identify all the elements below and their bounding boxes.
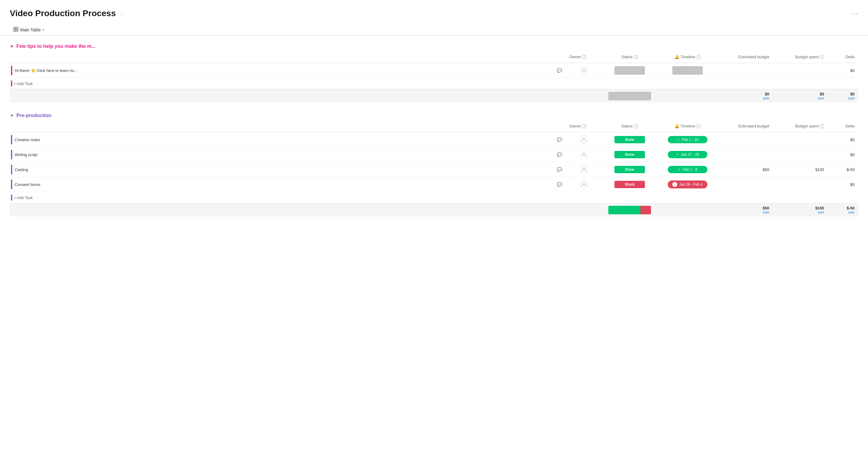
sum-value: $100 bbox=[777, 206, 824, 210]
add-task-button-preproduction[interactable]: + Add Task bbox=[10, 192, 858, 203]
star-icon[interactable]: ☆ bbox=[120, 10, 125, 17]
check-icon: ✓ bbox=[678, 167, 681, 172]
timeline-cell-pre-2[interactable]: ✓Feb 1 - 9 bbox=[657, 164, 718, 175]
task-name-tips-0: Hi there! 👋 Click here to learn ho... bbox=[14, 68, 554, 73]
col-owner-tips: Owner i bbox=[566, 53, 602, 61]
status-cell-tips-0[interactable] bbox=[602, 64, 657, 77]
status-cell-pre-2[interactable]: Done bbox=[602, 164, 657, 175]
timeline-cell-tips-0[interactable]: - bbox=[657, 64, 718, 77]
sum-row-preproduction: $50 sum $100 sum $-50 sum bbox=[10, 203, 858, 216]
status-cell-pre-1[interactable]: Done bbox=[602, 149, 657, 160]
est-budget-cell-pre-1 bbox=[718, 153, 773, 156]
task-cell-pre-3[interactable]: Consent forms 💬 bbox=[10, 177, 566, 192]
timeline-cell-pre-0[interactable]: ✓Feb 1 - 16 bbox=[657, 134, 718, 145]
owner-cell-pre-3[interactable] bbox=[566, 178, 602, 190]
timeline-cell-pre-1[interactable]: ✓Jan 17 - 25 bbox=[657, 149, 718, 160]
sum-budget-spent-pre: $100 sum bbox=[773, 204, 828, 216]
timeline-info-icon-pre[interactable]: i bbox=[696, 124, 701, 128]
timeline-dash: - bbox=[687, 68, 688, 73]
sum-label: sum bbox=[722, 96, 769, 100]
group-bar bbox=[11, 150, 12, 159]
status-bar bbox=[608, 92, 651, 100]
status-cell-pre-3[interactable]: Stuck bbox=[602, 179, 657, 190]
col-delta-tips: Delta bbox=[828, 53, 858, 61]
check-icon: ✓ bbox=[676, 152, 679, 157]
timeline-cell-pre-3[interactable]: !Jan 28 - Feb 4 bbox=[657, 179, 718, 190]
timeline-badge-green[interactable]: ✓Feb 1 - 16 bbox=[668, 136, 707, 143]
table-row: Writing script 💬 Done ✓Jan 17 - 25 $0 bbox=[10, 147, 858, 162]
avatar bbox=[580, 136, 588, 144]
sum-value: $0 bbox=[722, 92, 769, 96]
task-cell-pre-2[interactable]: Casting 💬 bbox=[10, 162, 566, 177]
task-cell-tips-0[interactable]: Hi there! 👋 Click here to learn ho... 💬 bbox=[10, 63, 566, 78]
budget-spent-cell-tips-0 bbox=[773, 68, 828, 72]
group-name-preproduction: Pre-production bbox=[17, 113, 52, 118]
group-bar-add bbox=[11, 81, 12, 87]
task-cell-pre-0[interactable]: Creative notes 💬 bbox=[10, 132, 566, 147]
task-cell-pre-1[interactable]: Writing script 💬 bbox=[10, 147, 566, 162]
avatar bbox=[580, 165, 588, 174]
comment-icon[interactable]: 💬 bbox=[557, 137, 562, 142]
sum-row-tips: $0 sum $0 sum $0 sum bbox=[10, 89, 858, 102]
status-info-icon-pre[interactable]: i bbox=[633, 124, 638, 128]
group-chevron-tips[interactable]: ▼ bbox=[10, 44, 14, 49]
budget-spent-info-icon-pre[interactable]: i bbox=[820, 124, 824, 128]
delta-cell-pre-2: $-50 bbox=[828, 166, 858, 174]
status-badge-done[interactable]: Done bbox=[614, 166, 645, 173]
owner-cell-tips-0[interactable] bbox=[566, 64, 602, 77]
status-info-icon-tips[interactable]: i bbox=[633, 55, 638, 59]
status-badge-done[interactable]: Done bbox=[614, 136, 645, 143]
sum-label: sum bbox=[777, 96, 824, 100]
svg-rect-3 bbox=[16, 30, 18, 31]
chevron-down-icon[interactable]: ▾ bbox=[42, 28, 44, 32]
task-name-pre-0: Creative notes bbox=[14, 138, 554, 142]
sum-est-budget-tips: $0 sum bbox=[718, 90, 773, 102]
budget-spent-info-icon-tips[interactable]: i bbox=[820, 55, 824, 59]
sum-status-pre bbox=[602, 204, 657, 216]
group-header-tips: ▼ Few tips to help you make the m... bbox=[10, 40, 858, 51]
status-badge-stuck[interactable]: Stuck bbox=[614, 181, 645, 188]
timeline-badge-green[interactable]: ✓Jan 17 - 25 bbox=[668, 151, 707, 158]
owner-info-icon-tips[interactable]: i bbox=[582, 55, 586, 59]
group-bar bbox=[11, 135, 12, 145]
status-badge-done[interactable]: Done bbox=[614, 151, 645, 158]
main-table-tab[interactable]: Main Table ▾ bbox=[10, 24, 48, 35]
table-row: Consent forms 💬 Stuck !Jan 28 - Feb 4 $0 bbox=[10, 177, 858, 192]
est-budget-cell-pre-2: $50 bbox=[718, 166, 773, 174]
sum-label: sum bbox=[831, 210, 855, 214]
sum-value: $50 bbox=[722, 206, 769, 210]
sum-status-tips bbox=[602, 90, 657, 102]
comment-icon[interactable]: 💬 bbox=[557, 68, 562, 73]
owner-cell-pre-0[interactable] bbox=[566, 133, 602, 146]
owner-cell-pre-1[interactable] bbox=[566, 148, 602, 161]
status-bar-green bbox=[608, 206, 640, 214]
add-task-button-tips[interactable]: + Add Task bbox=[10, 78, 858, 89]
avatar bbox=[580, 66, 588, 75]
col-status-pre: Status i bbox=[602, 122, 657, 130]
sum-est-budget-pre: $50 sum bbox=[718, 204, 773, 216]
owner-info-icon-pre[interactable]: i bbox=[582, 124, 586, 128]
group-header-preproduction: ▼ Pre-production bbox=[10, 110, 858, 120]
comment-icon[interactable]: 💬 bbox=[557, 182, 562, 187]
svg-rect-2 bbox=[14, 30, 16, 31]
timeline-badge-green[interactable]: ✓Feb 1 - 9 bbox=[668, 166, 707, 173]
comment-icon[interactable]: 💬 bbox=[557, 152, 562, 157]
group-chevron-preproduction[interactable]: ▼ bbox=[10, 113, 14, 118]
preproduction-rows-container: Creative notes 💬 Done ✓Feb 1 - 16 $0 Wri… bbox=[10, 132, 858, 192]
col-owner-pre: Owner i bbox=[566, 122, 602, 130]
col-delta-pre: Delta bbox=[828, 122, 858, 130]
status-cell-pre-0[interactable]: Done bbox=[602, 134, 657, 145]
page-title: Video Production Process bbox=[10, 8, 116, 18]
sum-delta-tips: $0 sum bbox=[828, 90, 858, 102]
task-name-pre-2: Casting bbox=[14, 167, 554, 172]
sum-value: $-50 bbox=[831, 206, 855, 210]
more-menu-button[interactable]: ··· bbox=[851, 10, 858, 17]
timeline-info-icon-tips[interactable]: i bbox=[696, 55, 701, 59]
svg-rect-0 bbox=[14, 27, 16, 29]
table-row: Hi there! 👋 Click here to learn ho... 💬 … bbox=[10, 63, 858, 78]
budget-spent-cell-pre-2: $100 bbox=[773, 166, 828, 174]
timeline-badge-red[interactable]: !Jan 28 - Feb 4 bbox=[668, 180, 707, 188]
sum-value: $0 bbox=[777, 92, 824, 96]
comment-icon[interactable]: 💬 bbox=[557, 167, 562, 172]
owner-cell-pre-2[interactable] bbox=[566, 164, 602, 176]
